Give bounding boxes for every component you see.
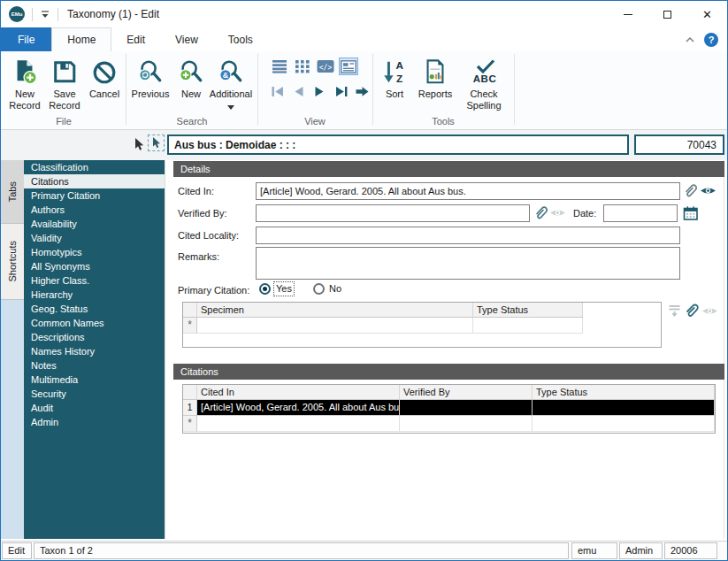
cited-in-view-icon[interactable] <box>700 185 717 196</box>
row-number[interactable]: 1 <box>183 400 197 416</box>
cited-locality-input[interactable] <box>256 227 680 244</box>
additional-search-button[interactable]: & Additional <box>206 54 256 111</box>
ribbon: New Record Save Record <box>1 51 727 130</box>
previous-record-icon[interactable] <box>291 84 306 99</box>
sidebar-item-names-history[interactable]: Names History <box>24 344 165 358</box>
save-record-button[interactable]: Save Record <box>45 54 84 111</box>
grid-view-icon[interactable] <box>293 58 312 75</box>
sidebar-item-security[interactable]: Security <box>24 387 165 401</box>
primary-citation-yes-radio[interactable] <box>259 283 271 295</box>
remarks-input[interactable] <box>256 247 680 280</box>
close-icon: ✕ <box>702 9 712 20</box>
cancel-button[interactable]: Cancel <box>85 54 124 100</box>
sidebar-item-primary-citation[interactable]: Primary Citation <box>24 188 165 203</box>
new-row-marker[interactable]: * <box>183 416 197 432</box>
tab-view[interactable]: View <box>160 27 213 51</box>
list-view-icon[interactable] <box>270 58 289 75</box>
sidebar-item-common-names[interactable]: Common Names <box>24 316 165 330</box>
status-user: emu <box>571 542 617 559</box>
cited-in-input[interactable] <box>256 182 680 200</box>
rail-tab-tabs[interactable]: Tabs <box>1 160 24 224</box>
new-record-button[interactable]: New Record <box>4 54 45 111</box>
citations-new-row[interactable]: * <box>183 416 715 432</box>
verified-by-cell[interactable] <box>400 416 533 432</box>
sidebar-item-homotypics[interactable]: Homotypics <box>24 245 165 259</box>
verified-by-input[interactable] <box>256 204 530 222</box>
select-cursor-icon[interactable] <box>133 137 145 154</box>
verified-by-view-icon[interactable] <box>549 207 566 219</box>
sidebar-item-all-synonyms[interactable]: All Synonyms <box>24 259 165 273</box>
specimen-grid-corner <box>183 303 197 318</box>
sidebar-item-authors[interactable]: Authors <box>24 203 165 217</box>
sort-button[interactable]: A Z Sort <box>377 54 412 100</box>
sidebar-item-geog-status[interactable]: Geog. Status <box>24 302 165 316</box>
help-icon[interactable]: ? <box>704 33 718 47</box>
verified-by-cell[interactable] <box>400 400 533 416</box>
citations-row-selected[interactable]: 1 [Article] Wood, Gerard. 2005. All abou… <box>183 400 715 416</box>
save-record-icon <box>51 56 78 86</box>
primary-citation-yes-label[interactable]: Yes <box>274 282 294 296</box>
fill-down-icon[interactable] <box>668 304 681 318</box>
sidebar-item-hierarchy[interactable]: Hierarchy <box>24 288 165 302</box>
cited-in-attach-icon[interactable] <box>682 182 698 199</box>
type-status-cell[interactable] <box>473 318 583 334</box>
type-status-column-header: Type Status <box>473 303 583 318</box>
check-spelling-button[interactable]: ABC Check Spelling <box>458 54 510 111</box>
minimize-button[interactable] <box>608 1 648 27</box>
tab-edit[interactable]: Edit <box>111 27 160 51</box>
specimen-grid-new-row[interactable]: * <box>183 318 661 334</box>
cited-in-cell[interactable]: [Article] Wood, Gerard. 2005. All about … <box>197 400 400 416</box>
primary-citation-no-radio[interactable] <box>313 283 325 295</box>
specimen-view-icon[interactable] <box>701 305 718 317</box>
primary-citation-no-label[interactable]: No <box>329 282 341 296</box>
marquee-select-cursor-icon[interactable] <box>148 134 165 151</box>
sidebar-item-multimedia[interactable]: Multimedia <box>24 373 165 387</box>
sidebar-item-validity[interactable]: Validity <box>24 231 165 245</box>
new-search-icon <box>178 56 204 86</box>
cited-in-column-header: Cited In <box>197 385 400 400</box>
cited-in-cell[interactable] <box>197 416 400 432</box>
tab-tools[interactable]: Tools <box>213 27 268 51</box>
specimen-cell[interactable] <box>197 318 473 334</box>
sidebar-item-availability[interactable]: Availability <box>24 217 165 231</box>
tab-file[interactable]: File <box>1 27 51 51</box>
sidebar-item-citations[interactable]: Citations <box>24 174 165 188</box>
date-calendar-icon[interactable] <box>683 205 699 221</box>
new-search-button[interactable]: New <box>174 54 208 100</box>
reports-button[interactable]: Reports <box>413 54 457 100</box>
ribbon-tab-row: File Home Edit View Tools ? <box>1 27 727 51</box>
main-panel: Details Cited In: Verified By: Date: <box>173 160 724 539</box>
first-record-icon[interactable] <box>270 84 285 99</box>
sidebar-item-notes[interactable]: Notes <box>24 358 165 373</box>
rail-tab-shortcuts[interactable]: Shortcuts <box>1 224 24 300</box>
specimen-attach-icon[interactable] <box>683 302 700 319</box>
collapse-ribbon-icon[interactable] <box>685 35 695 45</box>
code-view-icon[interactable]: </> <box>316 58 335 75</box>
sidebar-item-classification[interactable]: Classification <box>24 160 165 174</box>
next-record-icon[interactable] <box>312 84 327 99</box>
ribbon-group-search: Previous New <box>127 51 257 129</box>
type-status-cell[interactable] <box>533 416 715 432</box>
type-status-cell[interactable] <box>533 400 715 416</box>
details-view-icon[interactable] <box>339 58 358 75</box>
group-label-view: View <box>258 116 372 127</box>
citations-section-header: Citations <box>173 364 724 380</box>
titlebar-divider <box>32 8 33 21</box>
tab-home[interactable]: Home <box>51 27 111 51</box>
new-row-marker[interactable]: * <box>183 318 197 334</box>
ribbon-group-view: </> <box>258 51 372 129</box>
sidebar-item-descriptions[interactable]: Descriptions <box>24 330 165 344</box>
goto-record-icon[interactable] <box>355 84 370 99</box>
previous-search-button[interactable]: Previous <box>128 54 172 100</box>
maximize-button[interactable] <box>648 1 687 27</box>
sidebar-item-higher-class[interactable]: Higher Class. <box>24 273 165 288</box>
date-input[interactable] <box>603 204 678 222</box>
sidebar-item-audit[interactable]: Audit <box>24 401 165 415</box>
last-record-icon[interactable] <box>333 84 349 99</box>
quick-access-dropdown-icon[interactable] <box>40 10 50 19</box>
emu-logo-icon[interactable]: EMu <box>9 6 25 22</box>
verified-by-attach-icon[interactable] <box>533 204 548 221</box>
sidebar-item-admin[interactable]: Admin <box>24 415 165 429</box>
close-button[interactable]: ✕ <box>687 1 727 27</box>
primary-citation-label: Primary Citation: <box>178 281 249 299</box>
